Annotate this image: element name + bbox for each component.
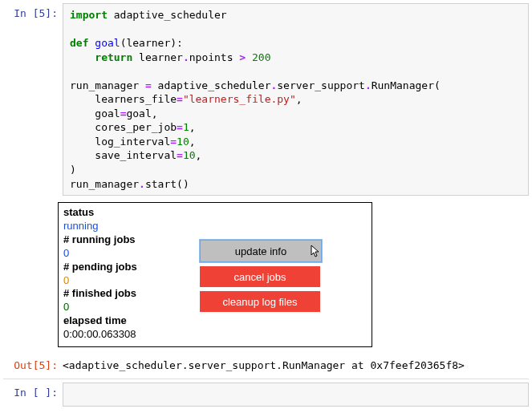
empty-input-prompt: In [ ]:	[3, 383, 63, 407]
input-cell: In [5]: import adaptive_scheduler def go…	[3, 3, 529, 196]
status-value: running	[63, 220, 367, 233]
run-manager-widget: status running # running jobs 0 # pendin…	[58, 202, 372, 347]
cleanup-log-files-button[interactable]: cleanup log files	[200, 291, 320, 312]
output-cell: Out[5]: <adaptive_scheduler.server_suppo…	[3, 355, 529, 375]
elapsed-time-label: elapsed time	[63, 314, 367, 328]
empty-input-cell: In [ ]:	[3, 383, 529, 407]
cancel-jobs-button[interactable]: cancel jobs	[200, 266, 320, 287]
button-stack: update info cancel jobs cleanup log file…	[200, 240, 322, 312]
status-label: status	[63, 206, 367, 220]
update-info-button[interactable]: update info	[200, 240, 322, 262]
output-text: <adaptive_scheduler.server_support.RunMa…	[63, 355, 529, 375]
elapsed-time-value: 0:00:00.063308	[63, 328, 367, 342]
output-prompt: Out[5]:	[3, 355, 63, 375]
input-prompt: In [5]:	[3, 3, 63, 196]
code-editor[interactable]: import adaptive_scheduler def goal(learn…	[63, 3, 529, 196]
empty-code-editor[interactable]	[63, 383, 529, 407]
